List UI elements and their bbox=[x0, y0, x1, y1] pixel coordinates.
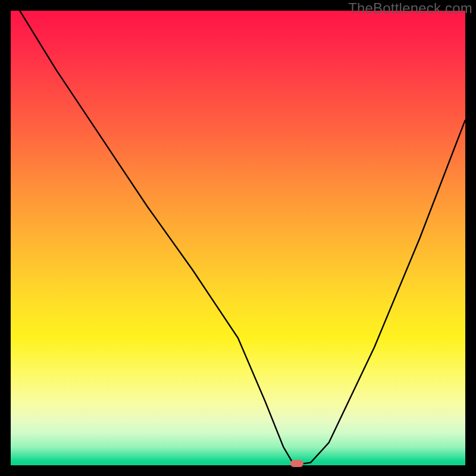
optimum-marker bbox=[290, 460, 303, 467]
plot-frame bbox=[11, 11, 465, 465]
bottleneck-curve bbox=[11, 11, 465, 465]
watermark-text: TheBottleneck.com bbox=[348, 0, 472, 17]
